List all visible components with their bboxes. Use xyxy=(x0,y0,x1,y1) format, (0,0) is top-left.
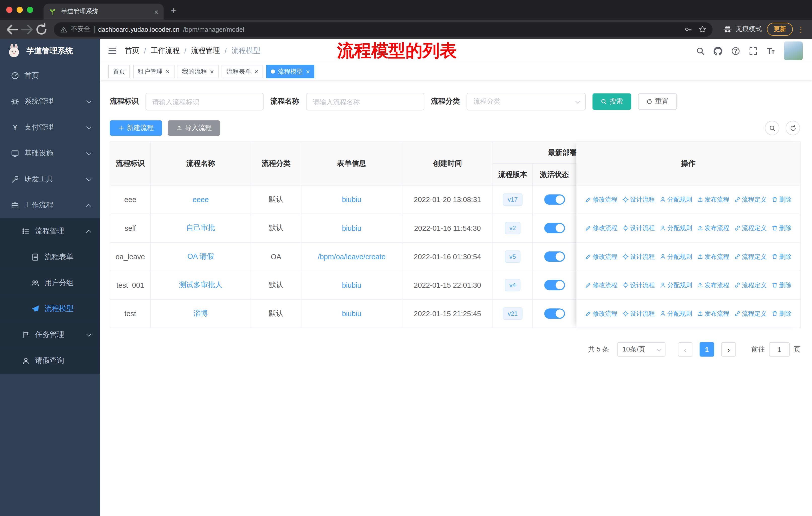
tag-home[interactable]: 首页 xyxy=(108,65,130,78)
active-toggle[interactable] xyxy=(544,194,564,205)
action-design[interactable]: 设计流程 xyxy=(622,252,655,261)
sidebar-item-payment[interactable]: ¥支付管理 xyxy=(0,115,100,141)
action-assign-rule[interactable]: 分配规则 xyxy=(660,309,692,318)
import-process-button[interactable]: 导入流程 xyxy=(168,120,220,136)
close-icon[interactable]: × xyxy=(166,67,170,75)
action-delete[interactable]: 删除 xyxy=(771,252,791,261)
next-page-button[interactable]: › xyxy=(721,342,736,357)
active-toggle[interactable] xyxy=(544,223,564,233)
close-icon[interactable]: × xyxy=(255,67,259,75)
action-publish[interactable]: 发布流程 xyxy=(697,252,729,261)
action-assign-rule[interactable]: 分配规则 xyxy=(660,224,692,233)
action-publish[interactable]: 发布流程 xyxy=(697,309,729,318)
breadcrumb-item[interactable]: 首页 xyxy=(125,46,140,55)
password-key-icon[interactable] xyxy=(685,25,692,33)
reload-icon[interactable] xyxy=(34,22,49,36)
action-edit[interactable]: 修改流程 xyxy=(585,224,618,233)
action-delete[interactable]: 删除 xyxy=(771,224,791,233)
new-tab-button[interactable]: + xyxy=(171,6,176,16)
tag-my-process[interactable]: 我的流程× xyxy=(177,65,219,78)
action-definition[interactable]: 流程定义 xyxy=(734,281,767,290)
update-button[interactable]: 更新 xyxy=(767,23,793,36)
process-key-input[interactable] xyxy=(145,93,264,110)
breadcrumb-item[interactable]: 流程管理 xyxy=(191,46,220,55)
avatar[interactable] xyxy=(784,42,803,60)
current-page-button[interactable]: 1 xyxy=(700,342,714,357)
action-delete[interactable]: 删除 xyxy=(771,195,791,204)
sidebar-item-leave-query[interactable]: 请假查询 xyxy=(0,348,100,374)
breadcrumb-item[interactable]: 流程模型 xyxy=(231,46,260,55)
action-edit[interactable]: 修改流程 xyxy=(585,252,618,261)
category-select[interactable]: 流程分类 xyxy=(467,93,586,110)
close-icon[interactable]: × xyxy=(210,67,214,75)
sidebar-item-task-manage[interactable]: 任务管理 xyxy=(0,322,100,348)
breadcrumb-item[interactable]: 工作流程 xyxy=(150,46,179,55)
action-assign-rule[interactable]: 分配规则 xyxy=(660,281,692,290)
action-definition[interactable]: 流程定义 xyxy=(734,252,767,261)
process-name-link[interactable]: eeee xyxy=(193,195,209,204)
browser-menu-icon[interactable]: ⋮ xyxy=(797,25,805,34)
sidebar-item-infrastructure[interactable]: 基础设施 xyxy=(0,141,100,166)
process-name-link[interactable]: OA 请假 xyxy=(187,252,214,261)
action-edit[interactable]: 修改流程 xyxy=(585,195,618,204)
maximize-window-button[interactable] xyxy=(27,7,33,13)
action-definition[interactable]: 流程定义 xyxy=(734,309,767,318)
sidebar-item-process-form[interactable]: 流程表单 xyxy=(0,244,100,270)
fullscreen-icon[interactable] xyxy=(749,46,758,55)
action-edit[interactable]: 修改流程 xyxy=(585,281,618,290)
tag-process-form[interactable]: 流程表单× xyxy=(222,65,263,78)
close-icon[interactable]: × xyxy=(306,67,310,75)
active-toggle[interactable] xyxy=(544,251,564,262)
action-definition[interactable]: 流程定义 xyxy=(734,195,767,204)
form-info-link[interactable]: /bpm/oa/leave/create xyxy=(318,252,385,261)
action-publish[interactable]: 发布流程 xyxy=(697,281,729,290)
action-assign-rule[interactable]: 分配规则 xyxy=(660,252,692,261)
sidebar-item-dev-tools[interactable]: 研发工具 xyxy=(0,166,100,192)
page-size-select[interactable]: 10条/页 xyxy=(617,342,665,357)
sidebar-item-workflow[interactable]: 工作流程 xyxy=(0,192,100,218)
form-info-link[interactable]: biubiu xyxy=(342,309,361,318)
action-publish[interactable]: 发布流程 xyxy=(697,224,729,233)
action-design[interactable]: 设计流程 xyxy=(622,224,655,233)
reset-button[interactable]: 重置 xyxy=(638,93,677,110)
close-tab-icon[interactable]: × xyxy=(154,7,158,16)
action-assign-rule[interactable]: 分配规则 xyxy=(660,195,692,204)
font-size-icon[interactable] xyxy=(766,46,775,55)
action-definition[interactable]: 流程定义 xyxy=(734,224,767,233)
action-delete[interactable]: 删除 xyxy=(771,309,791,318)
sidebar-item-system[interactable]: 系统管理 xyxy=(0,89,100,115)
active-toggle[interactable] xyxy=(544,308,564,319)
action-publish[interactable]: 发布流程 xyxy=(697,195,729,204)
process-name-link[interactable]: 滔博 xyxy=(193,309,208,318)
form-info-link[interactable]: biubiu xyxy=(342,281,361,289)
tag-tenant-manage[interactable]: 租户管理× xyxy=(133,65,174,78)
search-button[interactable]: 搜索 xyxy=(592,93,631,110)
action-design[interactable]: 设计流程 xyxy=(622,309,655,318)
sidebar-item-process-manage[interactable]: 流程管理 xyxy=(0,218,100,244)
help-icon[interactable] xyxy=(731,46,740,55)
action-edit[interactable]: 修改流程 xyxy=(585,309,618,318)
form-info-link[interactable]: biubiu xyxy=(342,195,361,204)
prev-page-button[interactable]: ‹ xyxy=(678,342,692,357)
create-process-button[interactable]: 新建流程 xyxy=(110,120,162,136)
refresh-table-button[interactable] xyxy=(786,121,800,135)
form-info-link[interactable]: biubiu xyxy=(342,224,361,232)
tag-process-model[interactable]: 流程模型× xyxy=(266,65,315,78)
browser-tab[interactable]: 芋道管理系统 × xyxy=(44,3,164,20)
close-window-button[interactable] xyxy=(6,7,12,13)
forward-icon[interactable] xyxy=(20,22,34,36)
github-icon[interactable] xyxy=(714,46,722,55)
process-name-input[interactable] xyxy=(306,93,424,110)
action-design[interactable]: 设计流程 xyxy=(622,281,655,290)
back-icon[interactable] xyxy=(5,22,20,36)
app-logo[interactable]: 芋道管理系统 xyxy=(0,39,100,63)
url-bar[interactable]: 不安全 dashboard.yudao.iocoder.cn/bpm/manag… xyxy=(54,22,713,36)
action-delete[interactable]: 删除 xyxy=(771,281,791,290)
collapse-sidebar-button[interactable] xyxy=(100,46,125,55)
sidebar-item-process-model[interactable]: 流程模型 xyxy=(0,296,100,322)
sidebar-item-home[interactable]: 首页 xyxy=(0,63,100,89)
minimize-window-button[interactable] xyxy=(17,7,23,13)
active-toggle[interactable] xyxy=(544,280,564,290)
sidebar-item-user-group[interactable]: 用户分组 xyxy=(0,270,100,296)
goto-page-input[interactable] xyxy=(769,342,790,357)
